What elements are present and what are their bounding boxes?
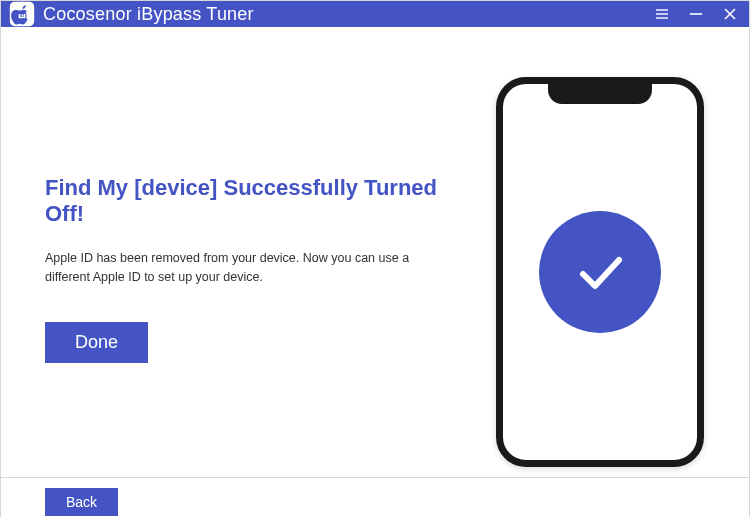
device-illustration bbox=[485, 67, 715, 467]
message-panel: Find My [device] Successfully Turned Off… bbox=[45, 67, 485, 467]
success-description: Apple ID has been removed from your devi… bbox=[45, 249, 445, 288]
close-icon[interactable] bbox=[721, 5, 739, 23]
done-button[interactable]: Done bbox=[45, 322, 148, 363]
phone-screen bbox=[503, 84, 697, 460]
menu-icon[interactable] bbox=[653, 5, 671, 23]
app-window: ID Cocosenor iBypass Tuner Find My [devi… bbox=[0, 0, 750, 517]
success-headline: Find My [device] Successfully Turned Off… bbox=[45, 175, 465, 227]
phone-frame bbox=[496, 77, 704, 467]
footer-bar: Back bbox=[1, 477, 749, 517]
app-logo-icon: ID bbox=[9, 1, 35, 27]
titlebar: ID Cocosenor iBypass Tuner bbox=[1, 1, 749, 27]
checkmark-icon bbox=[539, 211, 661, 333]
main-content: Find My [device] Successfully Turned Off… bbox=[1, 27, 749, 477]
svg-text:ID: ID bbox=[20, 13, 24, 18]
back-button[interactable]: Back bbox=[45, 488, 118, 516]
window-controls bbox=[653, 5, 739, 23]
minimize-icon[interactable] bbox=[687, 5, 705, 23]
app-title: Cocosenor iBypass Tuner bbox=[43, 4, 653, 25]
